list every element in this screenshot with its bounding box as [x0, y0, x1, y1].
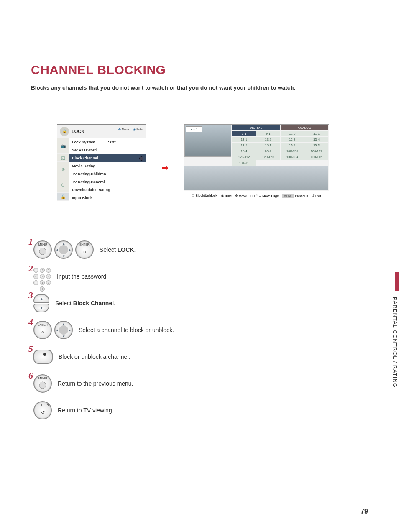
nav-button-icon: ▴▾◂▸: [54, 240, 73, 259]
enter-button-icon: ENTER ⊙: [33, 321, 52, 339]
channel-list-box: 7 - 1 DIGITAL ANALOG 7-1 9-1 11-5 11-1 1…: [184, 124, 329, 200]
channel-cell[interactable]: 11-5: [281, 131, 304, 136]
step-6: 6 MENU Return to the previous menu.: [31, 374, 368, 393]
channel-cell[interactable]: 80-2: [256, 148, 280, 154]
step-text: Select Block Channel.: [55, 300, 115, 307]
steps: 1 MENU ▴▾◂▸ ENTER ⊙ Select LOCK. 2: [31, 240, 368, 419]
step-text: Input the password.: [57, 273, 108, 280]
side-icons: 📺 🖼 ⚙ ⏱ 🔒: [57, 138, 69, 202]
channel-cell[interactable]: 13-2: [256, 137, 280, 142]
channel-hints: ⬭ Block/Unblock ◉ Tune ✥ Move CH ⌃⌄ Move…: [184, 191, 329, 200]
page-number: 79: [361, 508, 368, 515]
channel-cell[interactable]: 7-1: [232, 131, 256, 136]
menu-header: 🔒 LOCK ✥ Move ◉ Enter: [57, 125, 146, 138]
step-number: 3: [28, 290, 33, 301]
section-marker: [395, 272, 399, 291]
step-number: 5: [28, 343, 33, 354]
menu-item-downloadable-rating[interactable]: Downloadable Rating: [69, 186, 146, 194]
svg-point-1: [39, 382, 46, 389]
step-text: Select LOCK.: [100, 246, 136, 253]
channel-cell[interactable]: 13-5: [232, 143, 256, 148]
side-tab: PARENTAL CONTROL / RATING: [390, 272, 399, 389]
channel-cell[interactable]: 13-1: [232, 137, 256, 142]
menu-hints: ✥ Move ◉ Enter: [118, 128, 143, 131]
tab-digital[interactable]: DIGITAL: [232, 125, 280, 130]
step-2: 2 123 456 789 0 Input the password.: [31, 267, 368, 286]
svg-point-0: [39, 248, 46, 255]
step-number: 4: [28, 317, 33, 327]
step-number: 1: [28, 236, 33, 247]
step-return: RETURN ↺ Return to TV viewing.: [31, 401, 368, 419]
channel-cell[interactable]: 130-134: [281, 154, 304, 160]
channel-cell[interactable]: 9-1: [256, 131, 280, 136]
updown-button-icon: ▴ ▾: [33, 294, 49, 312]
wide-button-icon: [33, 350, 53, 364]
step-1: 1 MENU ▴▾◂▸ ENTER ⊙ Select LOCK.: [31, 240, 368, 259]
channel-cell[interactable]: 15-4: [232, 148, 256, 154]
step-5: 5 Block or unblock a channel.: [31, 348, 368, 366]
keypad-icon: 123 456 789 0: [33, 268, 51, 285]
channel-cell[interactable]: 130-145: [304, 154, 328, 160]
step-text: Block or unblock a channel.: [59, 353, 130, 360]
menu-button-icon: MENU: [33, 240, 52, 259]
channel-cell[interactable]: 100-156: [281, 148, 304, 154]
channel-cell[interactable]: 120-112: [232, 154, 256, 160]
menu-item-input-block[interactable]: Input Block: [69, 194, 146, 202]
channel-cell[interactable]: 131-11: [232, 160, 256, 166]
section-label: PARENTAL CONTROL / RATING: [392, 297, 398, 388]
return-button-icon: RETURN ↺: [33, 401, 52, 419]
channel-cell[interactable]: 11-1: [304, 131, 328, 136]
subtitle: Blocks any channels that you do not want…: [31, 84, 368, 91]
step-text: Return to TV viewing.: [58, 407, 114, 414]
tab-analog[interactable]: ANALOG: [281, 125, 328, 130]
step-number: 6: [28, 370, 33, 381]
menu-item-tv-rating-general[interactable]: TV Rating-General: [69, 178, 146, 186]
channel-cell[interactable]: 13-3: [281, 137, 304, 142]
step-text: Select a channel to block or unblock.: [79, 327, 174, 333]
channel-grid: 7-1 9-1 11-5 11-1 13-1 13-2 13-3 13-4 13…: [232, 131, 328, 166]
menu-item-tv-rating-children[interactable]: TV Rating-Children: [69, 170, 146, 178]
lock-menu-box: 🔒 LOCK ✥ Move ◉ Enter 📺 🖼 ⚙ ⏱ 🔒: [57, 124, 146, 202]
menu-item-set-password[interactable]: Set Password: [69, 146, 146, 154]
menu-item-block-channel[interactable]: Block Channel: [69, 154, 146, 162]
current-channel-chip: 7 - 1: [186, 126, 202, 132]
channel-preview: 7 - 1: [184, 125, 231, 157]
upper-illustration: 🔒 LOCK ✥ Move ◉ Enter 📺 🖼 ⚙ ⏱ 🔒: [31, 124, 368, 202]
divider: [31, 228, 368, 228]
channel-cell[interactable]: 120-123: [256, 154, 280, 160]
channel-cell[interactable]: 15-3: [304, 143, 328, 148]
step-text: Return to the previous menu.: [58, 380, 133, 387]
step-4: 4 ENTER ⊙ ▴▾◂▸ Select a channel to block…: [31, 321, 368, 339]
channel-cell[interactable]: 100-167: [304, 148, 328, 154]
channel-cell[interactable]: 15-2: [281, 143, 304, 148]
menu-item-movie-rating[interactable]: Movie Rating: [69, 162, 146, 170]
page-title: CHANNEL BLOCKING: [31, 63, 368, 77]
step-3: 3 ▴ ▾ Select Block Channel.: [31, 294, 368, 312]
step-number: 2: [28, 263, 33, 274]
channel-cell[interactable]: 15-1: [256, 143, 280, 148]
lock-icon: 🔒: [60, 127, 69, 136]
enter-button-icon: ENTER ⊙: [75, 240, 94, 259]
menu-button-icon: MENU: [33, 374, 52, 393]
menu-title: LOCK: [72, 129, 84, 134]
channel-cell[interactable]: 13-4: [304, 137, 328, 142]
arrow-right-icon: ➡: [161, 163, 169, 173]
menu-item-lock-system[interactable]: Lock System: Off: [69, 138, 146, 146]
nav-button-icon: ▴▾◂▸: [54, 321, 73, 339]
channel-lower-preview: [184, 166, 328, 190]
